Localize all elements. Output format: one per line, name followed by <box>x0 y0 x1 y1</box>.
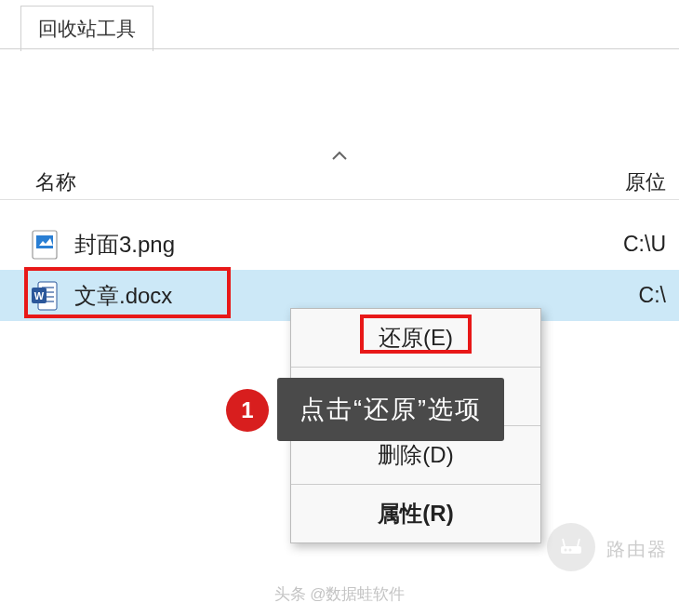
file-list: 封面3.png C:\U W 文章.docx C:\ <box>0 219 679 321</box>
svg-point-12 <box>569 549 572 552</box>
annotation-number-badge: 1 <box>226 389 269 432</box>
image-file-icon <box>32 230 58 260</box>
file-name-label: 封面3.png <box>74 230 175 260</box>
file-location-label: C:\U <box>623 232 666 257</box>
menu-restore-label: 还原(E) <box>379 325 453 350</box>
column-location-header[interactable]: 原位 <box>625 168 666 196</box>
router-logo-icon <box>547 523 595 571</box>
annotation-tooltip: 点击“还原”选项 <box>277 378 504 441</box>
ribbon-divider <box>0 48 679 49</box>
column-headers: 名称 原位 <box>0 163 679 200</box>
menu-properties[interactable]: 属性(R) <box>291 485 540 542</box>
svg-line-14 <box>578 539 579 546</box>
file-location-label: C:\ <box>639 283 666 308</box>
svg-point-11 <box>565 549 567 552</box>
menu-restore[interactable]: 还原(E) <box>291 309 540 367</box>
column-name-header[interactable]: 名称 <box>35 168 76 196</box>
svg-text:W: W <box>34 290 45 301</box>
file-row[interactable]: 封面3.png C:\U <box>0 219 679 270</box>
recycle-bin-tools-tab[interactable]: 回收站工具 <box>20 6 153 51</box>
word-file-icon: W <box>32 281 58 311</box>
svg-line-13 <box>563 539 565 546</box>
file-name-label: 文章.docx <box>74 281 172 311</box>
footer-source: 头条 @数据蛙软件 <box>274 583 406 605</box>
watermark-text: 路由器 <box>606 537 668 562</box>
